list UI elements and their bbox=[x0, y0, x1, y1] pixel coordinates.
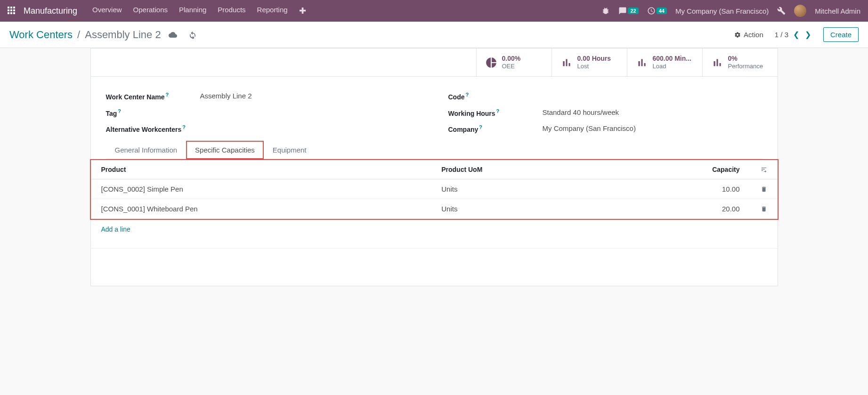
label-hours: Working Hours bbox=[448, 109, 495, 117]
nav-planning[interactable]: Planning bbox=[179, 6, 206, 16]
debug-icon[interactable] bbox=[601, 7, 610, 15]
table-row[interactable]: [CONS_0001] Whiteboard Pen Units 20.00 bbox=[91, 199, 778, 219]
activities-badge: 44 bbox=[657, 8, 667, 14]
action-menu[interactable]: Action bbox=[734, 31, 763, 39]
label-company: Company bbox=[448, 126, 479, 133]
app-name[interactable]: Manufacturing bbox=[24, 6, 77, 16]
pager: 1 / 3 ❮ ❯ bbox=[775, 30, 812, 39]
nav-operations[interactable]: Operations bbox=[133, 6, 168, 16]
bar-chart-icon bbox=[711, 56, 723, 69]
bar-chart-icon bbox=[560, 56, 573, 69]
bar-chart-icon bbox=[636, 56, 648, 69]
messages-icon[interactable]: 22 bbox=[618, 7, 638, 15]
stat-performance[interactable]: 0% Performance bbox=[702, 48, 778, 76]
form-sheet: 0.00% OEE 0.00 Hours Lost 600.00 Min.. bbox=[90, 48, 778, 286]
activities-icon[interactable]: 44 bbox=[647, 7, 667, 15]
tab-equipment[interactable]: Equipment bbox=[264, 141, 316, 159]
capacities-table-highlight: Product Product UoM Capacity [CONS_0002]… bbox=[90, 159, 779, 220]
breadcrumb-sep: / bbox=[77, 29, 80, 41]
label-tag: Tag bbox=[106, 109, 117, 117]
label-code: Code bbox=[448, 93, 465, 101]
help-icon[interactable]: ? bbox=[166, 92, 169, 97]
pager-next-icon[interactable]: ❯ bbox=[804, 30, 812, 39]
create-button[interactable]: Create bbox=[823, 27, 859, 42]
cell-capacity[interactable]: 20.00 bbox=[610, 199, 750, 219]
delete-row-icon[interactable] bbox=[750, 199, 778, 219]
field-name[interactable]: Assembly Line 2 bbox=[200, 92, 420, 100]
pager-prev-icon[interactable]: ❮ bbox=[792, 30, 800, 39]
help-icon[interactable]: ? bbox=[182, 124, 186, 130]
nav-products[interactable]: Products bbox=[218, 6, 245, 16]
nav-overview[interactable]: Overview bbox=[92, 6, 122, 16]
field-company[interactable]: My Company (San Francisco) bbox=[543, 124, 763, 132]
stat-oee-value: 0.00% bbox=[502, 54, 521, 63]
stat-load-label: Load bbox=[653, 63, 691, 71]
table-row[interactable]: [CONS_0002] Simple Pen Units 10.00 bbox=[91, 179, 778, 199]
add-line-link[interactable]: Add a line bbox=[101, 226, 130, 233]
th-capacity[interactable]: Capacity bbox=[610, 160, 750, 179]
nav-menu: Overview Operations Planning Products Re… bbox=[92, 6, 306, 16]
label-name: Work Center Name bbox=[106, 93, 165, 101]
top-nav: Manufacturing Overview Operations Planni… bbox=[0, 0, 868, 22]
user-name[interactable]: Mitchell Admin bbox=[815, 7, 860, 15]
stat-perf-value: 0% bbox=[728, 54, 763, 63]
capacities-table: Product Product UoM Capacity [CONS_0002]… bbox=[91, 160, 778, 219]
cell-product[interactable]: [CONS_0001] Whiteboard Pen bbox=[91, 199, 431, 219]
breadcrumb: Work Centers / Assembly Line 2 bbox=[9, 29, 197, 41]
stat-buttons-row: 0.00% OEE 0.00 Hours Lost 600.00 Min.. bbox=[91, 48, 778, 77]
delete-row-icon[interactable] bbox=[750, 179, 778, 199]
cell-capacity[interactable]: 10.00 bbox=[610, 179, 750, 199]
help-icon[interactable]: ? bbox=[479, 124, 482, 130]
stat-load[interactable]: 600.00 Min... Load bbox=[627, 48, 702, 76]
control-panel: Work Centers / Assembly Line 2 Action 1 … bbox=[0, 22, 868, 48]
stat-load-value: 600.00 Min... bbox=[653, 54, 691, 63]
messages-badge: 22 bbox=[628, 8, 638, 14]
breadcrumb-root[interactable]: Work Centers bbox=[9, 29, 73, 41]
stat-perf-label: Performance bbox=[728, 63, 763, 71]
th-product[interactable]: Product bbox=[91, 160, 431, 179]
label-alt: Alternative Workcenters bbox=[106, 126, 182, 133]
user-avatar[interactable] bbox=[794, 5, 806, 17]
tools-icon[interactable] bbox=[777, 7, 786, 15]
company-switcher[interactable]: My Company (San Francisco) bbox=[675, 7, 769, 15]
pager-text[interactable]: 1 / 3 bbox=[775, 31, 788, 39]
stat-oee[interactable]: 0.00% OEE bbox=[476, 48, 552, 76]
stat-lost-value: 0.00 Hours bbox=[577, 54, 611, 63]
cloud-save-icon[interactable] bbox=[169, 31, 177, 39]
action-label: Action bbox=[744, 31, 763, 39]
tab-general-info[interactable]: General Information bbox=[106, 141, 187, 159]
stat-lost-label: Lost bbox=[577, 63, 611, 71]
nav-add-icon[interactable]: ✚ bbox=[299, 6, 306, 16]
th-options-icon[interactable] bbox=[750, 160, 778, 179]
apps-icon[interactable] bbox=[8, 7, 16, 15]
field-hours[interactable]: Standard 40 hours/week bbox=[543, 108, 763, 116]
stat-lost[interactable]: 0.00 Hours Lost bbox=[552, 48, 627, 76]
help-icon[interactable]: ? bbox=[466, 92, 469, 97]
nav-reporting[interactable]: Reporting bbox=[257, 6, 288, 16]
tab-specific-capacities[interactable]: Specific Capacities bbox=[186, 141, 264, 159]
help-icon[interactable]: ? bbox=[496, 108, 500, 114]
help-icon[interactable]: ? bbox=[118, 108, 121, 114]
breadcrumb-current: Assembly Line 2 bbox=[85, 29, 161, 41]
stat-oee-label: OEE bbox=[502, 63, 521, 71]
cell-uom[interactable]: Units bbox=[431, 199, 610, 219]
cell-uom[interactable]: Units bbox=[431, 179, 610, 199]
discard-icon[interactable] bbox=[188, 31, 197, 39]
tabs: General Information Specific Capacities … bbox=[106, 141, 763, 159]
th-uom[interactable]: Product UoM bbox=[431, 160, 610, 179]
pie-chart-icon bbox=[485, 56, 497, 69]
cell-product[interactable]: [CONS_0002] Simple Pen bbox=[91, 179, 431, 199]
